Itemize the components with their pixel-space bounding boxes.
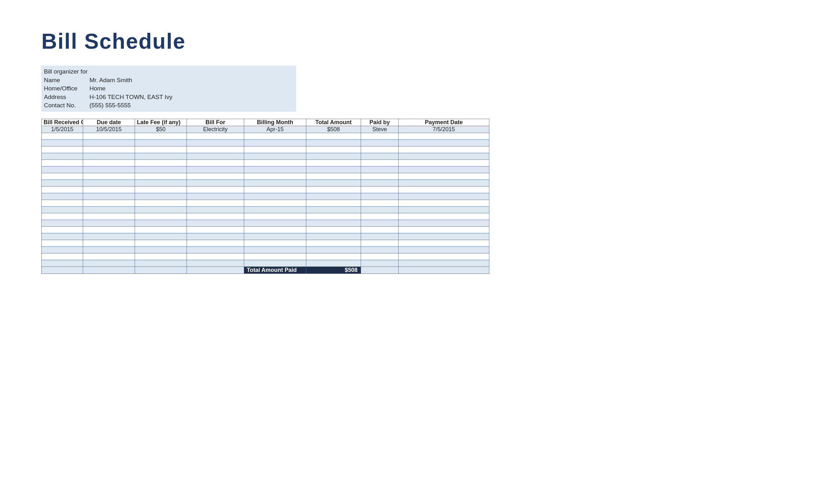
table-row [42,220,489,226]
table-row: 1/5/2015 10/5/2015 $50 Electricity Apr-1… [42,126,489,133]
cell-paydate[interactable]: 7/5/2015 [399,126,489,133]
cell-due[interactable]: 10/5/2015 [83,126,135,133]
table-row [42,240,489,246]
table-row [42,213,489,220]
table-row [42,139,489,146]
table-row [42,180,489,186]
info-address-label: Address [43,93,89,102]
cell-paidby[interactable]: Steve [361,126,399,133]
table-row [42,146,489,153]
table-row [42,246,489,253]
table-row [42,160,489,166]
th-paydate: Payment Date [399,119,489,126]
th-month: Billing Month [244,119,306,126]
table-row [42,200,489,206]
table-row [42,233,489,240]
info-address-value: H-106 TECH TOWN, EAST Ivy [89,93,294,102]
total-value: $508 [306,266,361,273]
cell-month[interactable]: Apr-15 [244,126,306,133]
th-late: Late Fee (if any) [135,119,187,126]
info-organizer-label: Bill organizer for [43,67,89,76]
th-paidby: Paid by [361,119,399,126]
info-home-office-label: Home/Office [43,84,89,93]
info-name-label: Name [43,76,89,85]
table-row [42,186,489,193]
info-organizer-value [89,67,294,76]
table-header-row: Bill Received On Due date Late Fee (if a… [42,119,489,126]
info-contact-value: (555) 555-5555 [89,101,294,110]
info-contact-label: Contact No. [43,101,89,110]
info-name-value: Mr. Adam Smith [89,76,294,85]
table-total-row: Total Amount Paid $508 [42,266,489,273]
cell-amount[interactable]: $508 [306,126,361,133]
total-label: Total Amount Paid [244,266,306,273]
th-received: Bill Received On [42,119,83,126]
table-row [42,133,489,139]
cell-received[interactable]: 1/5/2015 [42,126,83,133]
table-row [42,166,489,173]
info-box: Bill organizer for Name Mr. Adam Smith H… [41,66,296,112]
cell-late[interactable]: $50 [135,126,187,133]
cell-for[interactable]: Electricity [187,126,244,133]
page-title: Bill Schedule [41,29,774,53]
th-amount: Total Amount [306,119,361,126]
table-row [42,260,489,266]
bill-table: Bill Received On Due date Late Fee (if a… [41,119,489,274]
info-home-office-value: Home [89,84,294,93]
table-row [42,226,489,233]
table-row [42,173,489,180]
th-due: Due date [83,119,135,126]
table-row [42,253,489,260]
table-body: 1/5/2015 10/5/2015 $50 Electricity Apr-1… [42,126,489,273]
table-row [42,193,489,200]
table-row [42,153,489,160]
table-row [42,206,489,213]
th-for: Bill For [187,119,244,126]
